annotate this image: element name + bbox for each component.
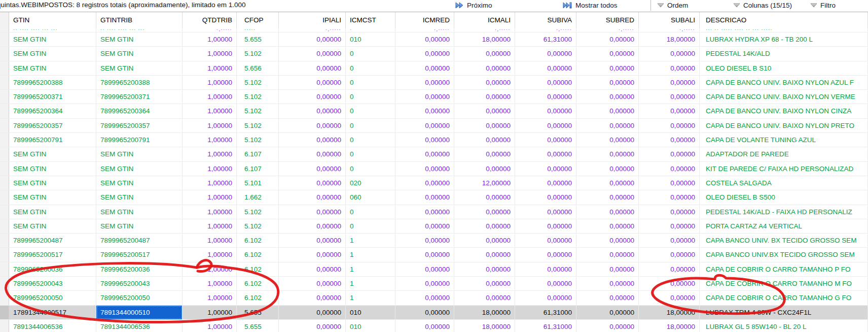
cell-qtdtrib[interactable]: 1,00000: [183, 133, 237, 147]
column-header-descricao[interactable]: DESCRICAO: [700, 12, 868, 28]
table-row[interactable]: SEM GTINSEM GTIN1,000001.6620,000000600,…: [0, 190, 868, 205]
cell-subali[interactable]: 0,00000: [639, 277, 700, 290]
cell-cfop[interactable]: 5.102: [237, 76, 279, 89]
table-row[interactable]: 789996520048778999652004871,000006.1020,…: [0, 234, 868, 248]
table-row[interactable]: SEM GTINSEM GTIN1,000005.6560,0000000,00…: [0, 61, 868, 76]
cell-ipiali[interactable]: 0,00000: [279, 119, 346, 132]
cell-gtintrib[interactable]: SEM GTIN: [96, 147, 183, 161]
cell-subiva[interactable]: 0,00000: [515, 147, 576, 161]
mostrar-todos-button[interactable]: Mostrar todos: [563, 0, 618, 11]
cell-icmali[interactable]: 0,00000: [454, 234, 515, 247]
table-row[interactable]: 789996520051778999652005171,000006.1020,…: [0, 248, 868, 262]
cell-subali[interactable]: 0,00000: [639, 162, 700, 176]
cell-cfop[interactable]: 5.101: [237, 176, 279, 190]
cell-icmcst[interactable]: 0: [346, 119, 395, 132]
cell-icmcst[interactable]: 1: [346, 262, 395, 276]
cell-icmali[interactable]: 18,00000: [454, 306, 515, 319]
cell-subali[interactable]: 18,00000: [639, 320, 700, 332]
cell-descricao[interactable]: OLEO DIESEL B S10: [700, 61, 868, 75]
column-header-gtin[interactable]: GTIN: [9, 12, 96, 28]
cell-icmcst[interactable]: 0: [346, 147, 395, 161]
cell-icmred[interactable]: 0,00000: [395, 205, 454, 219]
cell-subali[interactable]: 0,00000: [639, 190, 700, 204]
cell-gtintrib[interactable]: SEM GTIN: [96, 205, 183, 219]
cell-descricao[interactable]: OLEO DIESEL B S500: [700, 190, 868, 204]
row-gutter[interactable]: [0, 291, 9, 305]
cell-gtintrib[interactable]: 7891344000510: [96, 306, 183, 319]
cell-gtin[interactable]: SEM GTIN: [9, 205, 96, 219]
cell-icmred[interactable]: 0,00000: [395, 104, 454, 118]
cell-ipiali[interactable]: 0,00000: [279, 76, 346, 89]
cell-subred[interactable]: 0,00000: [576, 133, 639, 147]
cell-icmcst[interactable]: 1: [346, 234, 395, 247]
cell-ipiali[interactable]: 0,00000: [279, 32, 346, 46]
cell-icmali[interactable]: 0,00000: [454, 104, 515, 118]
cell-qtdtrib[interactable]: 1,00000: [183, 147, 237, 161]
cell-subred[interactable]: 0,00000: [576, 147, 639, 161]
cell-descricao[interactable]: CAPA DE COBRIR O CARRO TAMANHO P FO: [700, 262, 868, 276]
cell-cfop[interactable]: 6.102: [237, 262, 279, 276]
cell-descricao[interactable]: LUBRAX TRM 4 80W - CXC24F1L: [700, 306, 868, 319]
table-row[interactable]: 789996520005078999652000501,000006.1020,…: [0, 291, 868, 305]
cell-gtintrib[interactable]: 7899965200371: [96, 90, 183, 104]
row-gutter[interactable]: [0, 306, 9, 319]
cell-icmcst[interactable]: 020: [346, 176, 395, 190]
cell-icmred[interactable]: 0,00000: [395, 306, 454, 319]
cell-icmred[interactable]: 0,00000: [395, 76, 454, 89]
table-row[interactable]: 789996520037178999652003711,000005.1020,…: [0, 90, 868, 104]
column-header-icmred[interactable]: ICMRED: [395, 12, 454, 28]
cell-icmcst[interactable]: 0: [346, 162, 395, 176]
cell-gtin[interactable]: 7899965200036: [9, 262, 96, 276]
column-header-ipiali[interactable]: IPIALI: [279, 12, 346, 28]
cell-icmred[interactable]: 0,00000: [395, 190, 454, 204]
cell-icmcst[interactable]: 1: [346, 248, 395, 261]
cell-subred[interactable]: 0,00000: [576, 262, 639, 276]
cell-subred[interactable]: 0,00000: [576, 32, 639, 46]
cell-gtin[interactable]: 7899965200487: [9, 234, 96, 247]
column-header-gtintrib[interactable]: GTINTRIB: [96, 12, 183, 28]
cell-subali[interactable]: 0,00000: [639, 61, 700, 75]
cell-descricao[interactable]: CAPA DE COBRIR O CARRO TAMANHO M FO: [700, 277, 868, 290]
cell-cfop[interactable]: 5.655: [237, 320, 279, 332]
row-gutter[interactable]: [0, 176, 9, 190]
cell-gtin[interactable]: 7899965200357: [9, 119, 96, 132]
cell-descricao[interactable]: CAPA DE BANCO UNIV. BAIXO NYLON VERME: [700, 90, 868, 104]
cell-gtin[interactable]: 7899965200043: [9, 277, 96, 290]
cell-cfop[interactable]: 5.102: [237, 205, 279, 219]
cell-subali[interactable]: 0,00000: [639, 219, 700, 233]
cell-subiva[interactable]: 0,00000: [515, 47, 576, 60]
cell-icmali[interactable]: 18,00000: [454, 32, 515, 46]
cell-subiva[interactable]: 0,00000: [515, 205, 576, 219]
cell-cfop[interactable]: 5.102: [237, 133, 279, 147]
row-gutter[interactable]: [0, 104, 9, 118]
cell-gtin[interactable]: 7899965200364: [9, 104, 96, 118]
cell-icmali[interactable]: 0,00000: [454, 61, 515, 75]
cell-ipiali[interactable]: 0,00000: [279, 219, 346, 233]
cell-subred[interactable]: 0,00000: [576, 320, 639, 332]
cell-icmali[interactable]: 0,00000: [454, 90, 515, 104]
table-row[interactable]: 789996520004378999652000431,000006.1020,…: [0, 277, 868, 291]
cell-descricao[interactable]: CAPA DE VOLANTE TUNING AZUL: [700, 133, 868, 147]
cell-icmali[interactable]: 0,00000: [454, 262, 515, 276]
cell-icmali[interactable]: 0,00000: [454, 76, 515, 89]
cell-subiva[interactable]: 0,00000: [515, 76, 576, 89]
cell-icmali[interactable]: 18,00000: [454, 320, 515, 332]
cell-ipiali[interactable]: 0,00000: [279, 248, 346, 261]
cell-cfop[interactable]: 6.102: [237, 248, 279, 261]
cell-subred[interactable]: 0,00000: [576, 176, 639, 190]
cell-icmali[interactable]: 0,00000: [454, 190, 515, 204]
cell-subali[interactable]: 18,00000: [639, 32, 700, 46]
clipped-cell-subred[interactable]: ·,·····: [576, 28, 639, 32]
table-row[interactable]: SEM GTINSEM GTIN1,000005.1020,0000000,00…: [0, 205, 868, 219]
cell-icmred[interactable]: 0,00000: [395, 234, 454, 247]
cell-gtintrib[interactable]: 7899965200364: [96, 104, 183, 118]
table-row[interactable]: SEM GTINSEM GTIN1,000006.1070,0000000,00…: [0, 162, 868, 176]
cell-descricao[interactable]: KIT DE PAREDE C/ FAIXA HD PERSONALIZAD: [700, 162, 868, 176]
cell-descricao[interactable]: ADAPTADOR DE PAREDE: [700, 147, 868, 161]
cell-icmali[interactable]: 0,00000: [454, 162, 515, 176]
cell-cfop[interactable]: 5.102: [237, 47, 279, 60]
cell-subali[interactable]: 0,00000: [639, 76, 700, 89]
table-row-selected[interactable]: 1789134400051778913440005101,000005.6550…: [0, 306, 868, 320]
cell-gtin[interactable]: SEM GTIN: [9, 147, 96, 161]
table-row[interactable]: SEM GTINSEM GTIN1,000005.1020,0000000,00…: [0, 47, 868, 61]
